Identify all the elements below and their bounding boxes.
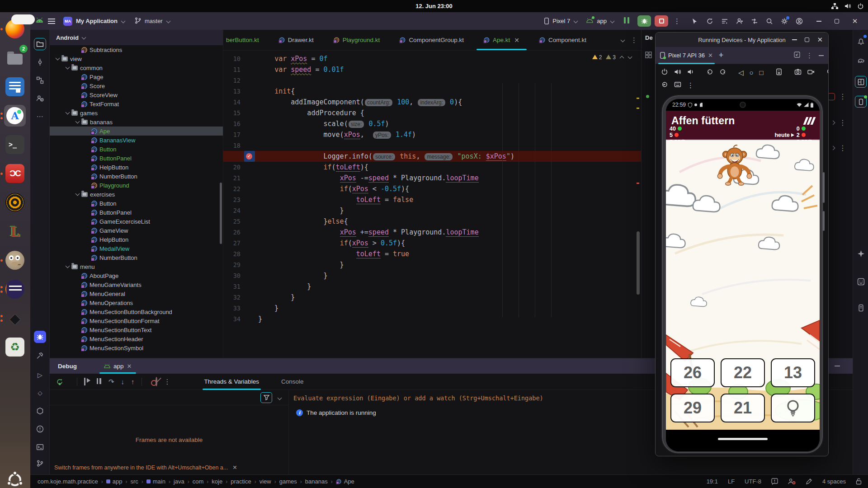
line-number[interactable]: 13 (223, 86, 244, 97)
grid-icon[interactable] (645, 52, 652, 60)
line-number[interactable]: 26 (223, 227, 244, 238)
close-icon[interactable]: ✕ (708, 52, 713, 59)
tree-item-view[interactable]: view (50, 54, 223, 63)
rotate-cw-icon[interactable] (719, 68, 726, 77)
code-with-me-icon[interactable] (788, 478, 796, 485)
search-icon[interactable] (766, 18, 773, 25)
power-icon[interactable] (858, 3, 863, 9)
more-tool-icon[interactable]: ⋯ (34, 110, 46, 122)
tree-item-menu[interactable]: menu (50, 262, 223, 271)
todo-icon[interactable] (771, 478, 778, 485)
tree-item-Score[interactable]: Score (50, 81, 223, 90)
warning-stripe-mark[interactable] (637, 98, 639, 99)
code-line-27[interactable]: 27 if(xPos > 0.5f){ (223, 238, 641, 249)
tree-item-Playground[interactable]: Playground (50, 181, 223, 190)
tree-item-MenuSectionButtonBackground[interactable]: MenuSectionButtonBackground (50, 307, 223, 316)
editor-tab-Playground.kt[interactable]: Playground.kt (324, 30, 390, 50)
lock-icon[interactable] (856, 478, 862, 485)
tree-item-Ape[interactable]: Ape (50, 127, 223, 136)
project-widget[interactable]: MA My Application (63, 17, 125, 26)
insights-tool-icon[interactable] (855, 276, 867, 287)
people-tool-icon[interactable] (34, 92, 46, 104)
file-encoding[interactable]: UTF-8 (745, 478, 761, 485)
tree-item-common[interactable]: common (50, 63, 223, 72)
dock-item-target[interactable] (4, 192, 26, 213)
notifications-tool-icon[interactable] (855, 35, 867, 47)
chevron-down-icon[interactable] (278, 396, 281, 400)
filter-funnel-button[interactable] (260, 392, 272, 403)
add-device-tab-icon[interactable]: + (719, 51, 724, 60)
version-control-tool-icon[interactable] (34, 457, 46, 469)
pull-request-icon[interactable] (751, 18, 758, 25)
layout-inspector-tool-icon[interactable] (855, 76, 867, 88)
code-editor[interactable]: 10 var xPos = 0f11 var speed = 0.01f1213… (223, 51, 641, 358)
tree-item-MenuSectionButtonFormat[interactable]: MenuSectionButtonFormat (50, 316, 223, 325)
resume-button[interactable] (84, 378, 89, 386)
breadcrumb-item-com.koje.math.practice[interactable]: com.koje.math.practice (38, 478, 98, 485)
zoom-icon[interactable] (826, 68, 829, 77)
editor-tab-Drawer.kt[interactable]: Drawer.kt (269, 30, 324, 50)
line-number[interactable]: 32 (223, 292, 244, 303)
code-line-23[interactable]: 23 toLeft = false (223, 194, 641, 205)
tree-item-Page[interactable]: Page (50, 72, 223, 81)
line-number[interactable]: 29 (223, 259, 244, 270)
breadcrumb-item-Ape[interactable]: Ape (336, 478, 354, 485)
debug-view-tab-Threads & Variables[interactable]: Threads & Variables (203, 374, 261, 390)
line-number[interactable]: 17 (223, 129, 244, 140)
device-tab[interactable]: Pixel 7 API 36 ✕ (660, 47, 713, 64)
commit-tool-icon[interactable] (34, 56, 46, 68)
dock-item-eclipse[interactable] (4, 278, 26, 300)
tree-item-TextFormat[interactable]: TextFormat (50, 99, 223, 108)
indent-config[interactable]: 4 spaces (822, 478, 846, 485)
build-tool-icon[interactable] (34, 350, 46, 362)
network-icon[interactable] (831, 3, 838, 9)
structure-tool-icon[interactable] (34, 74, 46, 86)
tree-item-ScoreView[interactable]: ScoreView (50, 90, 223, 99)
line-number[interactable]: 15 (223, 108, 244, 118)
inspections-widget[interactable]: 2 3 (592, 54, 632, 61)
code-line-25[interactable]: 25 }else{ (223, 216, 641, 227)
close-icon[interactable]: ✕ (232, 464, 237, 471)
line-number[interactable]: 34 (223, 314, 244, 324)
tree-item-HelpButton[interactable]: HelpButton (50, 163, 223, 172)
line-separator[interactable]: LF (728, 478, 735, 485)
code-line-20[interactable]: 20 if(toLeft){ (223, 162, 641, 173)
gemini-tool-icon[interactable] (855, 248, 867, 259)
editor-options-icon[interactable]: ⋮ (631, 36, 637, 44)
debug-view-tab-Console[interactable]: Console (279, 374, 306, 390)
tree-scrollbar[interactable] (220, 183, 222, 244)
tree-item-GameExcerciseList[interactable]: GameExcerciseList (50, 217, 223, 226)
breadcrumb-item-bananas[interactable]: bananas (305, 478, 328, 485)
scrollbar-thumb[interactable] (637, 231, 640, 295)
rotate-ccw-icon[interactable] (706, 68, 713, 77)
line-number[interactable]: 14 (223, 97, 244, 108)
gradle-tool-icon[interactable] (855, 55, 867, 67)
editor-tab-Ape.kt[interactable]: Ape.kt✕ (474, 30, 529, 50)
minimize-button[interactable] (816, 18, 822, 24)
line-number[interactable]: 21 (223, 173, 244, 183)
step-into-button[interactable]: ↓ (121, 378, 125, 385)
tree-item-Button[interactable]: Button (50, 145, 223, 154)
code-line-33[interactable]: 33 } (223, 303, 641, 314)
nav-pill[interactable] (718, 438, 768, 440)
pause-button[interactable] (96, 378, 102, 386)
code-line-29[interactable]: 29 } (223, 259, 641, 270)
tree-item-HelpButton[interactable]: HelpButton (50, 235, 223, 244)
project-view-selector[interactable]: Android (50, 30, 223, 45)
breadcrumb-item-view[interactable]: view (259, 478, 271, 485)
profiler-tool-icon[interactable]: ◇ (34, 387, 46, 399)
line-number[interactable]: 22 (223, 183, 244, 194)
dock-item-terminal[interactable]: >_ (4, 134, 26, 155)
close-icon[interactable]: ✕ (514, 37, 519, 44)
answer-button-22[interactable]: 22 (721, 358, 765, 387)
line-number[interactable]: 31 (223, 281, 244, 292)
minimize-icon[interactable] (792, 39, 797, 40)
breadcrumb[interactable]: com.koje.math.practice›app›src›main›java… (38, 478, 354, 485)
tree-item-MenuSectionButtonText[interactable]: MenuSectionButtonText (50, 325, 223, 334)
close-button[interactable]: ✕ (852, 18, 858, 24)
code-line-30[interactable]: 30 } (223, 270, 641, 281)
line-number[interactable]: 11 (223, 64, 244, 75)
line-number[interactable]: 30 (223, 270, 244, 281)
settings-icon[interactable] (781, 18, 788, 25)
answer-button-21[interactable]: 21 (721, 394, 765, 422)
